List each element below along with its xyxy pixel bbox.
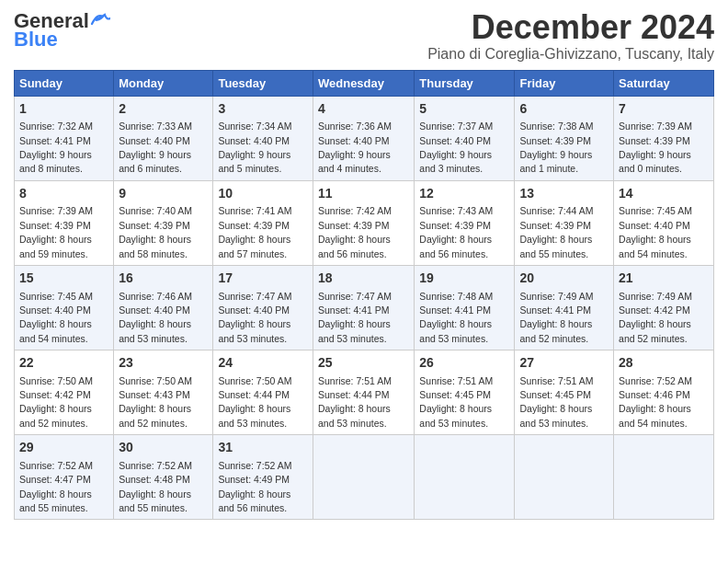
calendar-cell: 27Sunrise: 7:51 AMSunset: 4:45 PMDayligh… <box>515 350 614 435</box>
calendar-cell: 25Sunrise: 7:51 AMSunset: 4:44 PMDayligh… <box>313 350 414 435</box>
calendar-cell: 20Sunrise: 7:49 AMSunset: 4:41 PMDayligh… <box>515 265 614 350</box>
day-info: Sunrise: 7:44 AMSunset: 4:39 PMDaylight:… <box>519 205 593 259</box>
day-number: 29 <box>19 439 108 457</box>
header-day-saturday: Saturday <box>614 70 714 96</box>
day-info: Sunrise: 7:33 AMSunset: 4:40 PMDaylight:… <box>119 121 192 174</box>
day-number: 30 <box>119 439 208 457</box>
day-info: Sunrise: 7:52 AMSunset: 4:48 PMDaylight:… <box>119 460 192 513</box>
day-info: Sunrise: 7:43 AMSunset: 4:39 PMDaylight:… <box>419 205 493 259</box>
day-info: Sunrise: 7:50 AMSunset: 4:43 PMDaylight:… <box>119 375 192 429</box>
calendar-cell: 4Sunrise: 7:36 AMSunset: 4:40 PMDaylight… <box>313 96 414 180</box>
calendar-cell: 28Sunrise: 7:52 AMSunset: 4:46 PMDayligh… <box>614 350 714 435</box>
day-info: Sunrise: 7:52 AMSunset: 4:49 PMDaylight:… <box>218 460 291 513</box>
calendar-cell: 14Sunrise: 7:45 AMSunset: 4:40 PMDayligh… <box>614 180 714 265</box>
page-header: General Blue December 2024 Piano di Core… <box>14 9 714 63</box>
logo: General Blue <box>14 9 110 52</box>
logo-bird-icon <box>90 11 110 28</box>
day-number: 6 <box>519 100 609 119</box>
calendar-cell: 29Sunrise: 7:52 AMSunset: 4:47 PMDayligh… <box>15 435 114 520</box>
calendar-header: SundayMondayTuesdayWednesdayThursdayFrid… <box>15 70 714 96</box>
day-number: 21 <box>619 270 709 288</box>
day-info: Sunrise: 7:36 AMSunset: 4:40 PMDaylight:… <box>318 121 392 174</box>
header-day-tuesday: Tuesday <box>213 70 313 96</box>
day-number: 24 <box>218 354 308 373</box>
day-number: 13 <box>519 185 609 203</box>
day-number: 15 <box>19 270 108 288</box>
day-number: 23 <box>119 354 208 373</box>
day-number: 11 <box>318 185 409 203</box>
day-number: 22 <box>19 354 108 373</box>
calendar-cell: 19Sunrise: 7:48 AMSunset: 4:41 PMDayligh… <box>415 265 515 350</box>
day-number: 18 <box>318 270 409 288</box>
logo-blue-text: Blue <box>14 28 58 52</box>
day-number: 7 <box>619 100 709 119</box>
day-info: Sunrise: 7:32 AMSunset: 4:41 PMDaylight:… <box>19 121 93 174</box>
day-info: Sunrise: 7:50 AMSunset: 4:42 PMDaylight:… <box>19 375 93 429</box>
day-info: Sunrise: 7:51 AMSunset: 4:45 PMDaylight:… <box>519 375 593 429</box>
calendar-cell: 16Sunrise: 7:46 AMSunset: 4:40 PMDayligh… <box>114 265 213 350</box>
week-row-5: 29Sunrise: 7:52 AMSunset: 4:47 PMDayligh… <box>15 435 714 520</box>
day-info: Sunrise: 7:41 AMSunset: 4:39 PMDaylight:… <box>218 205 291 259</box>
day-info: Sunrise: 7:47 AMSunset: 4:40 PMDaylight:… <box>218 291 291 344</box>
calendar-cell: 11Sunrise: 7:42 AMSunset: 4:39 PMDayligh… <box>313 180 414 265</box>
day-number: 9 <box>119 185 208 203</box>
calendar-cell <box>415 435 515 520</box>
day-info: Sunrise: 7:52 AMSunset: 4:46 PMDaylight:… <box>619 375 692 429</box>
day-number: 1 <box>19 100 108 119</box>
calendar-cell: 2Sunrise: 7:33 AMSunset: 4:40 PMDaylight… <box>114 96 213 180</box>
day-number: 12 <box>419 185 509 203</box>
calendar-cell: 22Sunrise: 7:50 AMSunset: 4:42 PMDayligh… <box>15 350 114 435</box>
day-number: 20 <box>519 270 609 288</box>
calendar-cell: 3Sunrise: 7:34 AMSunset: 4:40 PMDaylight… <box>213 96 313 180</box>
day-number: 3 <box>218 100 308 119</box>
calendar-cell: 15Sunrise: 7:45 AMSunset: 4:40 PMDayligh… <box>15 265 114 350</box>
day-number: 16 <box>119 270 208 288</box>
day-info: Sunrise: 7:47 AMSunset: 4:41 PMDaylight:… <box>318 291 392 344</box>
day-info: Sunrise: 7:49 AMSunset: 4:42 PMDaylight:… <box>619 291 692 344</box>
day-info: Sunrise: 7:45 AMSunset: 4:40 PMDaylight:… <box>619 205 692 259</box>
day-info: Sunrise: 7:39 AMSunset: 4:39 PMDaylight:… <box>619 121 692 174</box>
day-number: 26 <box>419 354 509 373</box>
day-info: Sunrise: 7:34 AMSunset: 4:40 PMDaylight:… <box>218 121 291 174</box>
day-number: 2 <box>119 100 208 119</box>
page-subtitle: Piano di Coreglia-Ghivizzano, Tuscany, I… <box>427 46 714 63</box>
calendar-cell: 17Sunrise: 7:47 AMSunset: 4:40 PMDayligh… <box>213 265 313 350</box>
title-section: December 2024 Piano di Coreglia-Ghivizza… <box>427 9 714 63</box>
day-number: 19 <box>419 270 509 288</box>
calendar-cell <box>515 435 614 520</box>
day-info: Sunrise: 7:51 AMSunset: 4:44 PMDaylight:… <box>318 375 392 429</box>
day-info: Sunrise: 7:50 AMSunset: 4:44 PMDaylight:… <box>218 375 291 429</box>
header-day-thursday: Thursday <box>415 70 515 96</box>
day-info: Sunrise: 7:49 AMSunset: 4:41 PMDaylight:… <box>519 291 593 344</box>
calendar-body: 1Sunrise: 7:32 AMSunset: 4:41 PMDaylight… <box>15 96 714 520</box>
day-info: Sunrise: 7:52 AMSunset: 4:47 PMDaylight:… <box>19 460 93 513</box>
header-day-wednesday: Wednesday <box>313 70 414 96</box>
calendar-cell: 8Sunrise: 7:39 AMSunset: 4:39 PMDaylight… <box>15 180 114 265</box>
calendar-cell: 7Sunrise: 7:39 AMSunset: 4:39 PMDaylight… <box>614 96 714 180</box>
page-title: December 2024 <box>427 9 714 46</box>
calendar-cell: 31Sunrise: 7:52 AMSunset: 4:49 PMDayligh… <box>213 435 313 520</box>
day-number: 8 <box>19 185 108 203</box>
day-number: 4 <box>318 100 409 119</box>
day-info: Sunrise: 7:48 AMSunset: 4:41 PMDaylight:… <box>419 291 493 344</box>
day-number: 14 <box>619 185 709 203</box>
calendar-cell: 10Sunrise: 7:41 AMSunset: 4:39 PMDayligh… <box>213 180 313 265</box>
calendar-cell: 23Sunrise: 7:50 AMSunset: 4:43 PMDayligh… <box>114 350 213 435</box>
day-number: 31 <box>218 439 308 457</box>
calendar-cell: 5Sunrise: 7:37 AMSunset: 4:40 PMDaylight… <box>415 96 515 180</box>
calendar-cell: 1Sunrise: 7:32 AMSunset: 4:41 PMDaylight… <box>15 96 114 180</box>
header-day-monday: Monday <box>114 70 213 96</box>
header-day-friday: Friday <box>515 70 614 96</box>
calendar-cell: 9Sunrise: 7:40 AMSunset: 4:39 PMDaylight… <box>114 180 213 265</box>
day-number: 5 <box>419 100 509 119</box>
calendar-table: SundayMondayTuesdayWednesdayThursdayFrid… <box>14 70 714 521</box>
day-info: Sunrise: 7:38 AMSunset: 4:39 PMDaylight:… <box>519 121 593 174</box>
day-number: 17 <box>218 270 308 288</box>
calendar-cell: 6Sunrise: 7:38 AMSunset: 4:39 PMDaylight… <box>515 96 614 180</box>
day-info: Sunrise: 7:45 AMSunset: 4:40 PMDaylight:… <box>19 291 93 344</box>
week-row-2: 8Sunrise: 7:39 AMSunset: 4:39 PMDaylight… <box>15 180 714 265</box>
calendar-cell: 24Sunrise: 7:50 AMSunset: 4:44 PMDayligh… <box>213 350 313 435</box>
day-number: 27 <box>519 354 609 373</box>
calendar-cell: 12Sunrise: 7:43 AMSunset: 4:39 PMDayligh… <box>415 180 515 265</box>
week-row-4: 22Sunrise: 7:50 AMSunset: 4:42 PMDayligh… <box>15 350 714 435</box>
